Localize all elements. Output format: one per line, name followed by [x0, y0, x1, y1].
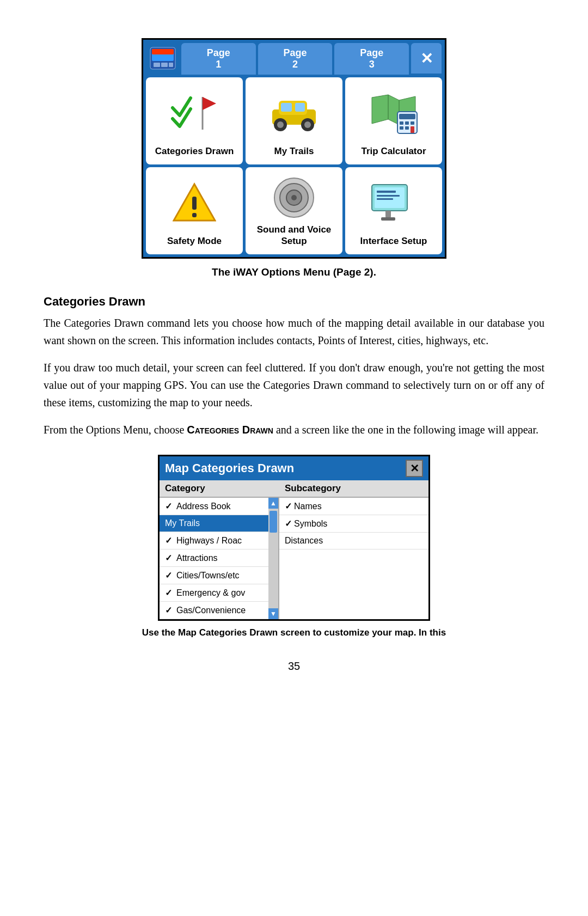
svg-point-13	[277, 121, 284, 128]
dialog-close-button[interactable]: ✕	[406, 460, 423, 477]
svg-rect-22	[405, 121, 409, 125]
menu-cell-categories-drawn[interactable]: Categories Drawn	[146, 77, 243, 164]
svg-rect-10	[281, 103, 292, 112]
map-calc-icon	[350, 84, 438, 143]
menu-close-button[interactable]: ✕	[411, 43, 442, 74]
section-heading: Categories Drawn	[44, 295, 544, 309]
safety-mode-label: Safety Mode	[167, 236, 222, 247]
menu-cell-my-trails[interactable]: My Trails	[246, 77, 342, 164]
body-paragraph-1: The Categories Drawn command lets you ch…	[44, 314, 544, 349]
svg-rect-37	[377, 195, 400, 197]
svg-rect-11	[295, 103, 305, 112]
body-paragraph-3: From the Options Menu, choose Categories…	[44, 421, 544, 438]
menu-tab-page3[interactable]: Page3	[334, 43, 409, 75]
menu-grid: Categories Drawn	[143, 75, 445, 257]
dialog-container: Map Categories Drawn ✕ Category Subcateg…	[44, 455, 544, 638]
body-paragraph-2: If you draw too much detail, your screen…	[44, 359, 544, 411]
trip-calculator-label: Trip Calculator	[361, 146, 426, 157]
svg-rect-36	[377, 191, 396, 193]
svg-rect-29	[192, 213, 197, 217]
interface-setup-label: Interface Setup	[360, 236, 427, 247]
svg-marker-7	[203, 97, 216, 110]
map-categories-dialog: Map Categories Drawn ✕ Category Subcateg…	[158, 455, 430, 621]
col-header-subcategory: Subcategory	[279, 480, 428, 497]
svg-rect-24	[400, 126, 403, 130]
svg-rect-26	[411, 126, 414, 133]
dialog-body: Address Book My Trails Highways / Roac A…	[160, 498, 428, 619]
svg-rect-4	[161, 63, 168, 67]
svg-rect-2	[152, 49, 174, 54]
sound-voice-label: Sound and Voice Setup	[250, 224, 338, 247]
menu-cell-trip-calculator[interactable]: Trip Calculator	[345, 77, 442, 164]
menu-cell-safety-mode[interactable]: Safety Mode	[146, 167, 243, 254]
svg-rect-20	[399, 114, 415, 119]
svg-rect-40	[381, 217, 395, 221]
options-menu-box: Page1 Page2 Page3 ✕	[142, 38, 446, 259]
menu-tab-page1[interactable]: Page1	[181, 43, 256, 75]
my-trails-label: My Trails	[274, 146, 314, 157]
svg-rect-5	[169, 63, 173, 67]
cat-item-cities[interactable]: Cities/Towns/etc	[160, 567, 278, 584]
svg-rect-38	[377, 198, 393, 200]
warning-icon	[150, 174, 238, 233]
menu-caption: The iWAY Options Menu (Page 2).	[212, 266, 376, 278]
subcategory-list: Names Symbols Distances	[279, 498, 428, 619]
svg-point-33	[291, 195, 297, 200]
svg-rect-39	[385, 211, 391, 217]
monitor-icon	[350, 174, 438, 233]
subcat-item-symbols[interactable]: Symbols	[279, 515, 428, 533]
menu-tab-icon	[146, 43, 179, 74]
speaker-icon	[250, 174, 338, 221]
cat-item-gas[interactable]: Gas/Convenience	[160, 602, 278, 619]
dialog-caption: Use the Map Categories Drawn screen to c…	[142, 627, 446, 638]
menu-tabs-row: Page1 Page2 Page3 ✕	[143, 40, 445, 75]
options-menu-screenshot: Page1 Page2 Page3 ✕	[44, 38, 544, 278]
scroll-up[interactable]: ▲	[268, 498, 278, 509]
svg-rect-21	[400, 121, 403, 125]
menu-cell-interface-setup[interactable]: Interface Setup	[345, 167, 442, 254]
svg-rect-3	[154, 63, 160, 67]
inline-categories-drawn: Categories Drawn	[187, 424, 273, 436]
categories-drawn-label: Categories Drawn	[155, 146, 234, 157]
cat-item-attractions[interactable]: Attractions	[160, 549, 278, 567]
category-list: Address Book My Trails Highways / Roac A…	[160, 498, 279, 619]
cat-item-highways[interactable]: Highways / Roac	[160, 532, 278, 549]
svg-point-15	[304, 121, 311, 128]
car-icon	[250, 84, 338, 143]
menu-tab-page2[interactable]: Page2	[258, 43, 333, 75]
svg-rect-28	[192, 197, 197, 210]
svg-rect-25	[405, 126, 409, 130]
page-number: 35	[44, 660, 544, 673]
cat-item-emergency[interactable]: Emergency & gov	[160, 584, 278, 602]
scroll-thumb[interactable]	[270, 511, 277, 533]
subcat-item-distances[interactable]: Distances	[279, 533, 428, 549]
dialog-titlebar: Map Categories Drawn ✕	[160, 456, 428, 480]
cat-item-my-trails[interactable]: My Trails	[160, 515, 278, 532]
subcat-item-names[interactable]: Names	[279, 498, 428, 515]
dialog-title: Map Categories Drawn	[165, 461, 294, 475]
col-header-category: Category	[160, 480, 279, 497]
svg-rect-23	[411, 121, 414, 125]
cat-item-address-book[interactable]: Address Book	[160, 498, 278, 515]
scroll-down[interactable]: ▼	[268, 608, 278, 619]
svg-rect-35	[375, 187, 405, 208]
dialog-header-row: Category Subcategory	[160, 480, 428, 498]
check-flag-icon	[150, 84, 238, 143]
category-scrollbar[interactable]: ▲ ▼	[268, 498, 278, 619]
menu-cell-sound-voice[interactable]: Sound and Voice Setup	[246, 167, 342, 254]
